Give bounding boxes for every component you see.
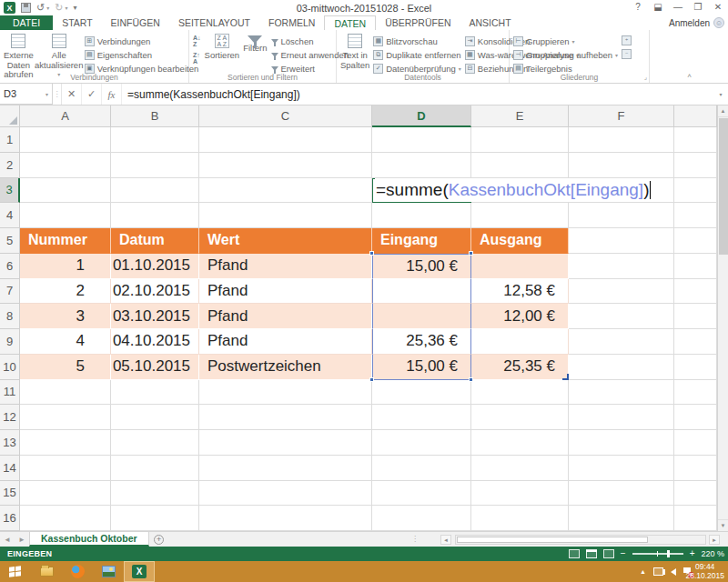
cell-A10[interactable]: 5 <box>20 355 111 380</box>
cell-F8-partial[interactable] <box>674 304 717 329</box>
sign-in[interactable]: Anmelden ☺ <box>669 15 724 30</box>
properties-button[interactable]: ▤Eigenschaften <box>85 48 198 61</box>
sort-az-icon[interactable]: A↓Z <box>193 35 201 47</box>
speaker-icon[interactable] <box>671 568 676 576</box>
row-header-9[interactable]: 9 <box>0 329 20 355</box>
column-header-C[interactable]: C <box>199 105 372 127</box>
cell-E12[interactable] <box>471 405 569 430</box>
cell-E2[interactable] <box>471 153 569 178</box>
table-resize-handle[interactable] <box>562 374 569 380</box>
cell-F4-partial[interactable] <box>674 203 717 228</box>
column-header-D[interactable]: D <box>372 105 471 127</box>
cell-F2-partial[interactable] <box>674 153 717 178</box>
insert-function-icon[interactable]: fx <box>102 84 122 105</box>
cell-F11[interactable] <box>569 380 674 406</box>
row-header-6[interactable]: 6 <box>0 254 20 279</box>
cell-B16[interactable] <box>111 506 199 531</box>
restore-icon[interactable]: ❐ <box>690 0 706 14</box>
cell-C7[interactable]: Pfand <box>199 279 372 305</box>
cell-C5[interactable]: Wert <box>199 228 372 254</box>
cell-A4[interactable] <box>20 203 111 228</box>
zoom-slider-thumb[interactable] <box>667 550 670 557</box>
sheet-nav-left-icon[interactable]: ◄ <box>0 532 15 547</box>
vertical-scrollbar[interactable]: ▲ ▼ <box>717 105 728 531</box>
cell-C2[interactable] <box>199 153 372 178</box>
show-hidden-icons-icon[interactable]: ▲ <box>640 568 646 575</box>
close-icon[interactable]: ✕ <box>710 0 726 14</box>
help-icon[interactable]: ? <box>630 0 646 14</box>
cell-B9[interactable]: 04.10.2015 <box>111 329 199 355</box>
zoom-out-icon[interactable]: − <box>621 549 626 558</box>
row-header-7[interactable]: 7 <box>0 279 20 305</box>
cell-B5[interactable]: Datum <box>111 228 199 254</box>
start-button[interactable] <box>0 561 31 582</box>
cell-F10-partial[interactable] <box>674 355 717 380</box>
cell-B3[interactable] <box>111 178 199 204</box>
range-handle[interactable] <box>369 251 374 256</box>
column-header-E[interactable]: E <box>471 105 569 127</box>
cell-A14[interactable] <box>20 456 111 481</box>
cell-F9-partial[interactable] <box>674 329 717 355</box>
vertical-scroll-thumb[interactable] <box>719 118 728 255</box>
text-to-columns-button[interactable]: Text in Spalten <box>340 33 369 70</box>
cell-C15[interactable] <box>199 481 372 507</box>
cell-E13[interactable] <box>471 430 569 456</box>
cell-A8[interactable]: 3 <box>20 304 111 329</box>
cell-C3[interactable] <box>199 178 372 204</box>
enter-icon[interactable]: ✓ <box>82 84 102 105</box>
cell-C14[interactable] <box>199 456 372 481</box>
row-header-10[interactable]: 10 <box>0 355 20 380</box>
cell-B12[interactable] <box>111 405 199 430</box>
hscroll-left-icon[interactable]: ◄ <box>440 535 451 545</box>
taskbar-clock[interactable]: 09:44 28.10.2015 <box>685 562 724 580</box>
column-header-A[interactable]: A <box>20 105 111 127</box>
show-detail-icon[interactable]: ⁺ <box>622 35 632 45</box>
cell-D15[interactable] <box>372 481 471 507</box>
cell-D16[interactable] <box>372 506 471 531</box>
cell-B6[interactable]: 01.10.2015 <box>111 254 199 279</box>
cell-D4[interactable] <box>372 203 471 228</box>
cell-C16[interactable] <box>199 506 372 531</box>
cell-D1[interactable] <box>372 127 471 153</box>
tab-formeln[interactable]: FORMELN <box>259 15 324 30</box>
cell-A15[interactable] <box>20 481 111 507</box>
cell-F6[interactable] <box>569 254 674 279</box>
cell-C4[interactable] <box>199 203 372 228</box>
hide-detail-icon[interactable]: ⁻ <box>622 49 632 59</box>
row-header-12[interactable]: 12 <box>0 405 20 430</box>
cell-F8[interactable] <box>569 304 674 329</box>
cell-D11[interactable] <box>372 380 471 406</box>
page-break-view-icon[interactable] <box>603 549 614 558</box>
range-handle[interactable] <box>469 251 473 256</box>
zoom-slider[interactable] <box>632 553 683 555</box>
cell-D2[interactable] <box>372 153 471 178</box>
column-header-B[interactable]: B <box>111 105 199 127</box>
sheet-tab-kassenbuch[interactable]: Kassenbuch Oktober <box>29 532 149 547</box>
collapse-ribbon-icon[interactable]: ˄ <box>687 72 692 80</box>
formula-input[interactable]: =summe(KassenbuchOkt[Eingang]) <box>122 84 713 105</box>
cell-C13[interactable] <box>199 430 372 456</box>
column-header-partial[interactable] <box>674 105 717 127</box>
cell-F16-partial[interactable] <box>674 506 717 531</box>
cell-F3-partial[interactable] <box>674 178 717 204</box>
cell-E7[interactable]: 12,58 € <box>471 279 569 305</box>
cell-E11[interactable] <box>471 380 569 406</box>
sort-button[interactable]: Z AA Z Sortieren <box>205 33 240 61</box>
cell-F4[interactable] <box>569 203 674 228</box>
cell-A3[interactable] <box>20 178 111 204</box>
select-all-corner[interactable] <box>0 105 20 127</box>
normal-view-icon[interactable] <box>569 549 580 558</box>
scroll-down-icon[interactable]: ▼ <box>718 519 728 531</box>
file-explorer-button[interactable] <box>31 561 62 582</box>
cell-C9[interactable]: Pfand <box>199 329 372 355</box>
minimize-icon[interactable]: — <box>670 0 686 14</box>
cell-B7[interactable]: 02.10.2015 <box>111 279 199 305</box>
cell-B4[interactable] <box>111 203 199 228</box>
cell-F15[interactable] <box>569 481 674 507</box>
cell-F14[interactable] <box>569 456 674 481</box>
cell-F13[interactable] <box>569 430 674 456</box>
cell-F7-partial[interactable] <box>674 279 717 305</box>
row-header-15[interactable]: 15 <box>0 481 20 507</box>
cell-A2[interactable] <box>20 153 111 178</box>
cell-F12[interactable] <box>569 405 674 430</box>
